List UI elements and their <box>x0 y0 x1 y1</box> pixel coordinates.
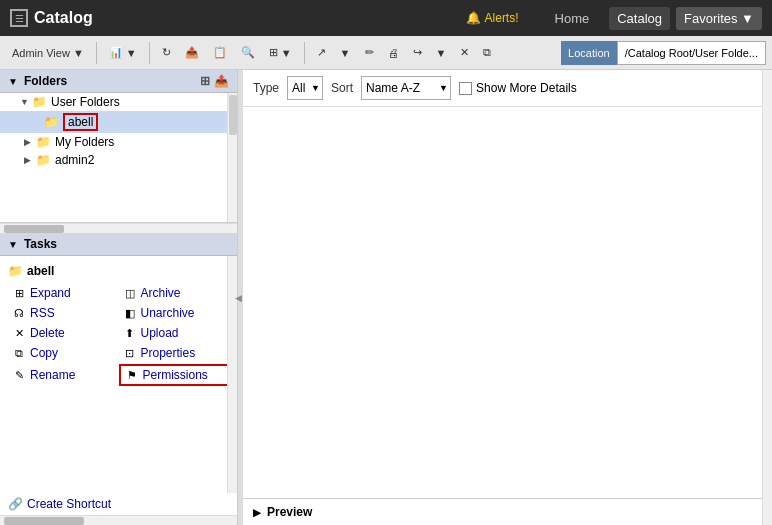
task-delete[interactable]: ✕ Delete <box>8 324 119 342</box>
upload-folder-icon[interactable]: 📤 <box>214 74 229 88</box>
tasks-folder-icon: 📁 <box>8 264 23 278</box>
right-panel: Type All ▼ Sort Name A-Z ▼ Show More D <box>243 70 762 525</box>
grid-view-button[interactable]: ⊞▼ <box>263 42 298 63</box>
task-copy[interactable]: ⧉ Copy <box>8 344 119 362</box>
dropdown-arrow-4[interactable]: ▼ <box>430 43 453 63</box>
folders-h-scroll-thumb <box>4 225 64 233</box>
bar-chart-icon: 📊 <box>109 46 123 59</box>
copy-button[interactable]: 📋 <box>207 42 233 63</box>
task-permissions[interactable]: ⚑ Permissions <box>119 364 230 386</box>
folder-icon-user-folders: 📁 <box>32 95 47 109</box>
task-properties[interactable]: ⊡ Properties <box>119 344 230 362</box>
home-nav-button[interactable]: Home <box>547 7 598 30</box>
properties-task-link[interactable]: Properties <box>141 346 196 360</box>
folders-section-label: Folders <box>24 74 67 88</box>
archive-task-icon: ◫ <box>123 287 137 300</box>
favorites-nav-button[interactable]: Favorites ▼ <box>676 7 762 30</box>
tree-item-user-folders[interactable]: ▼ 📁 User Folders <box>0 93 237 111</box>
location-label: Location <box>561 41 617 65</box>
folder-icon-my-folders: 📁 <box>36 135 51 149</box>
task-upload[interactable]: ⬆ Upload <box>119 324 230 342</box>
delete-button[interactable]: ✕ <box>454 42 475 63</box>
export-button[interactable]: ↪ <box>407 42 428 63</box>
send-button[interactable]: ↗ <box>311 42 332 63</box>
show-more-checkbox[interactable] <box>459 82 472 95</box>
folders-tree: ▼ 📁 User Folders 📁 abell ▶ 📁 My Folders <box>0 93 237 223</box>
main-layout: ▼ Folders ⊞ 📤 ▼ 📁 User Folders 📁 abell <box>0 70 772 525</box>
copy-task-link[interactable]: Copy <box>30 346 58 360</box>
filter-bar: Type All ▼ Sort Name A-Z ▼ Show More D <box>243 70 762 107</box>
tasks-folder-label: 📁 abell <box>8 260 229 284</box>
tasks-section-header: ▼ Tasks <box>0 233 237 256</box>
expand-task-icon: ⊞ <box>12 287 26 300</box>
panel-divider[interactable]: ◀ <box>238 70 243 525</box>
left-panel-bottom-scrollbar[interactable] <box>0 515 237 525</box>
type-filter-label: Type <box>253 81 279 95</box>
tasks-section-label: Tasks <box>24 237 57 251</box>
tasks-content: 📁 abell ⊞ Expand ◫ Archive <box>0 256 237 493</box>
expand-arrow-my-folders[interactable]: ▶ <box>24 137 36 147</box>
alerts-button[interactable]: 🔔 Alerts! <box>466 11 519 25</box>
preview-section: ▶ Preview <box>243 498 762 525</box>
duplicate-button[interactable]: ⧉ <box>477 42 497 63</box>
folders-vertical-scrollbar[interactable] <box>227 93 237 222</box>
create-shortcut-link[interactable]: Create Shortcut <box>27 497 111 511</box>
tree-item-abell[interactable]: 📁 abell <box>0 111 237 133</box>
tasks-collapse-triangle[interactable]: ▼ <box>8 239 18 250</box>
dropdown-arrow-3[interactable]: ▼ <box>334 43 357 63</box>
task-expand[interactable]: ⊞ Expand <box>8 284 119 302</box>
catalog-nav-button[interactable]: Catalog <box>609 7 670 30</box>
right-panel-scrollbar[interactable] <box>762 70 772 525</box>
add-folder-icon[interactable]: ⊞ <box>200 74 210 88</box>
preview-triangle-icon[interactable]: ▶ <box>253 507 261 518</box>
view-options-group: 📊▼ <box>103 42 143 63</box>
location-bar: Location /Catalog Root/User Folde... <box>561 41 766 65</box>
tree-item-my-folders[interactable]: ▶ 📁 My Folders <box>0 133 237 151</box>
rss-task-icon: ☊ <box>12 307 26 320</box>
refresh-button[interactable]: ↻ <box>156 42 177 63</box>
folder-icon-admin2: 📁 <box>36 153 51 167</box>
type-filter-wrapper: All ▼ <box>287 76 323 100</box>
content-area <box>243 107 762 498</box>
task-archive[interactable]: ◫ Archive <box>119 284 230 302</box>
toolbar-separator-2 <box>149 42 150 64</box>
tasks-folder-name: abell <box>27 264 54 278</box>
copy-task-icon: ⧉ <box>12 347 26 360</box>
expand-arrow-user-folders[interactable]: ▼ <box>20 97 32 107</box>
expand-task-link[interactable]: Expand <box>30 286 71 300</box>
create-shortcut-task[interactable]: 🔗 Create Shortcut <box>0 493 237 515</box>
left-panel: ▼ Folders ⊞ 📤 ▼ 📁 User Folders 📁 abell <box>0 70 238 525</box>
task-unarchive[interactable]: ◧ Unarchive <box>119 304 230 322</box>
task-rename[interactable]: ✎ Rename <box>8 364 119 386</box>
search-button[interactable]: 🔍 <box>235 42 261 63</box>
rename-task-link[interactable]: Rename <box>30 368 75 382</box>
tree-label-abell: abell <box>63 113 98 131</box>
bar-chart-button[interactable]: 📊▼ <box>103 42 143 63</box>
expand-arrow-admin2[interactable]: ▶ <box>24 155 36 165</box>
admin-view-button[interactable]: Admin View ▼ <box>6 43 90 63</box>
unarchive-task-link[interactable]: Unarchive <box>141 306 195 320</box>
sort-filter-wrapper: Name A-Z ▼ <box>361 76 451 100</box>
sort-filter-select[interactable]: Name A-Z <box>361 76 451 100</box>
rss-task-link[interactable]: RSS <box>30 306 55 320</box>
edit-button[interactable]: ✏ <box>359 42 380 63</box>
tasks-grid: ⊞ Expand ◫ Archive ☊ RSS ◧ <box>8 284 229 386</box>
show-more-details[interactable]: Show More Details <box>459 81 577 95</box>
top-navigation: ☰ Catalog 🔔 Alerts! Home Catalog Favorit… <box>0 0 772 36</box>
toolbar: Admin View ▼ 📊▼ ↻ 📤 📋 🔍 ⊞▼ ↗ ▼ ✏ 🖨 ↪ ▼ ✕… <box>0 36 772 70</box>
folders-collapse-triangle[interactable]: ▼ <box>8 76 18 87</box>
permissions-task-link[interactable]: Permissions <box>143 368 208 382</box>
type-filter-select[interactable]: All <box>287 76 323 100</box>
folders-scroll-thumb <box>229 95 237 135</box>
preview-label: Preview <box>267 505 312 519</box>
folders-horizontal-scrollbar[interactable] <box>0 223 237 233</box>
upload-button[interactable]: 📤 <box>179 42 205 63</box>
upload-task-link[interactable]: Upload <box>141 326 179 340</box>
delete-task-link[interactable]: Delete <box>30 326 65 340</box>
print-button[interactable]: 🖨 <box>382 43 405 63</box>
folder-icon-abell: 📁 <box>44 115 59 129</box>
admin-view-group: Admin View ▼ <box>6 43 90 63</box>
archive-task-link[interactable]: Archive <box>141 286 181 300</box>
task-rss[interactable]: ☊ RSS <box>8 304 119 322</box>
tree-item-admin2[interactable]: ▶ 📁 admin2 <box>0 151 237 169</box>
